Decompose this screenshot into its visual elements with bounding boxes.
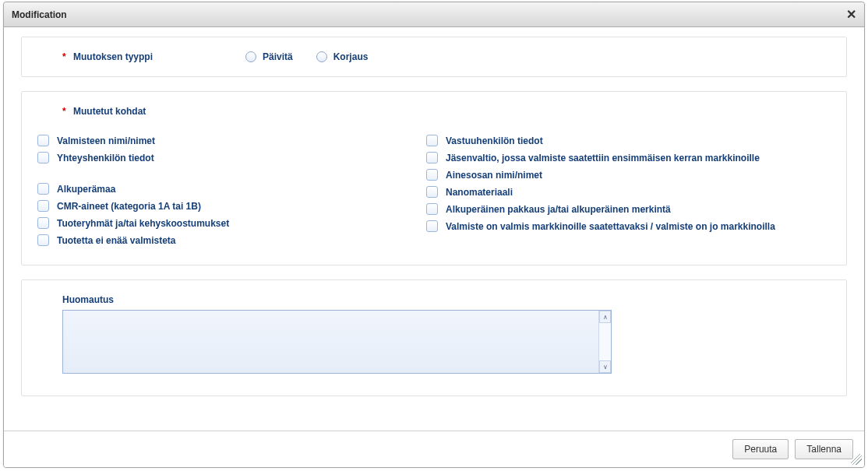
modification-dialog: Modification ✕ * Muutoksen tyyppi Päivit… [3,2,865,468]
scroll-down-icon[interactable]: ∨ [599,360,611,373]
scroll-up-icon[interactable]: ∧ [599,311,611,323]
checkbox[interactable] [426,203,438,215]
modification-type-panel: * Muutoksen tyyppi Päivitä Korjaus [21,37,847,77]
remark-scrollbar[interactable]: ∧ ∨ [598,311,611,373]
checkbox-row: Alkuperämaa [37,182,426,196]
checkbox-row: Ainesosan nimi/nimet [426,168,815,182]
checkbox-label: Ainesosan nimi/nimet [446,168,542,182]
checkbox[interactable] [37,152,49,163]
checkbox[interactable] [37,183,49,195]
dialog-title: Modification [12,9,846,20]
checkbox-label: Tuoteryhmät ja/tai kehyskoostumukset [57,216,229,230]
remark-label: Huomautus [62,294,815,305]
radio-correction[interactable] [316,51,327,62]
required-star: * [62,51,66,62]
checkbox-row: Yhteyshenkilön tiedot [37,151,426,165]
changed-items-label: Muutetut kohdat [73,106,146,117]
checkbox-label: Yhteyshenkilön tiedot [57,151,154,165]
checkbox[interactable] [37,135,49,146]
radio-update-label: Päivitä [263,51,293,62]
checkbox[interactable] [426,169,438,181]
required-star: * [62,106,66,117]
checkbox-label: Vastuuhenkilön tiedot [446,134,543,148]
checkbox-label: CMR-aineet (kategoria 1A tai 1B) [57,199,201,213]
checkbox-row: Tuoteryhmät ja/tai kehyskoostumukset [37,216,426,230]
changed-items-panel: * Muutetut kohdat Valmisteen nimi/nimetY… [21,91,847,265]
changed-items-left-column: Valmisteen nimi/nimetYhteyshenkilön tied… [37,131,426,251]
checkbox-row: CMR-aineet (kategoria 1A tai 1B) [37,199,426,213]
checkbox-row: Alkuperäinen pakkaus ja/tai alkuperäinen… [426,202,815,216]
checkbox-row: Valmiste on valmis markkinoille saatetta… [426,220,815,234]
checkbox[interactable] [426,220,438,232]
checkbox-row: Jäsenvaltio, jossa valmiste saatettiin e… [426,151,815,165]
resize-grip[interactable] [851,454,862,465]
remark-textarea[interactable]: ∧ ∨ [62,310,612,374]
checkbox-label: Jäsenvaltio, jossa valmiste saatettiin e… [446,151,760,165]
changed-items-right-column: Vastuuhenkilön tiedotJäsenvaltio, jossa … [426,131,815,251]
checkbox-label: Valmisteen nimi/nimet [57,134,155,148]
checkbox-label: Alkuperäinen pakkaus ja/tai alkuperäinen… [446,202,671,216]
checkbox-label: Alkuperämaa [57,182,115,196]
checkbox-row: Valmisteen nimi/nimet [37,134,426,148]
close-icon[interactable]: ✕ [846,7,856,22]
checkbox[interactable] [426,135,438,146]
dialog-titlebar: Modification ✕ [4,2,864,27]
radio-correction-label: Korjaus [333,51,369,62]
save-button[interactable]: Tallenna [795,439,853,459]
checkbox[interactable] [37,217,49,229]
checkbox-row: Vastuuhenkilön tiedot [426,134,815,148]
checkbox-label: Nanomateriaali [446,185,513,199]
checkbox[interactable] [37,234,49,246]
checkbox[interactable] [426,186,438,198]
dialog-body-scroll[interactable]: * Muutoksen tyyppi Päivitä Korjaus * Muu… [4,27,864,431]
checkbox-row: Nanomateriaali [426,185,815,199]
checkbox-label: Tuotetta ei enää valmisteta [57,234,176,248]
remark-panel: Huomautus ∧ ∨ [21,279,847,396]
checkbox-label: Valmiste on valmis markkinoille saatetta… [446,220,775,234]
checkbox[interactable] [37,200,49,212]
modification-type-label: Muutoksen tyyppi [73,51,153,62]
cancel-button[interactable]: Peruuta [732,439,789,459]
checkbox-row: Tuotetta ei enää valmisteta [37,234,426,248]
checkbox[interactable] [426,152,438,163]
radio-update[interactable] [245,51,256,62]
dialog-footer: Peruuta Tallenna [4,431,864,467]
